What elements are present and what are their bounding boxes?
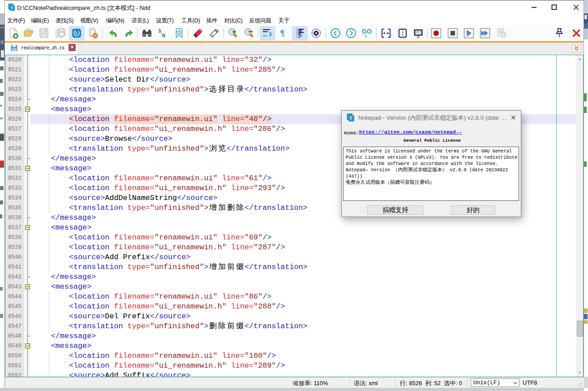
svg-text:»: » xyxy=(365,34,367,39)
svg-text:T: T xyxy=(11,6,13,10)
svg-text:¶: ¶ xyxy=(280,28,284,38)
svg-text:T: T xyxy=(349,116,352,121)
svg-text:b: b xyxy=(159,27,162,34)
